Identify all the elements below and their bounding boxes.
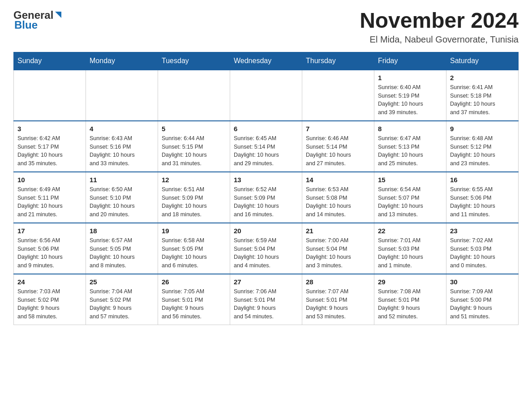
day-info: Sunrise: 6:53 AM Sunset: 5:08 PM Dayligh… [306, 185, 370, 219]
calendar-cell: 7Sunrise: 6:46 AM Sunset: 5:14 PM Daylig… [302, 121, 374, 172]
day-info: Sunrise: 7:05 AM Sunset: 5:01 PM Dayligh… [162, 287, 226, 321]
calendar-cell: 21Sunrise: 7:00 AM Sunset: 5:04 PM Dayli… [302, 223, 374, 274]
calendar-cell: 3Sunrise: 6:42 AM Sunset: 5:17 PM Daylig… [14, 121, 86, 172]
day-number: 6 [234, 125, 298, 133]
day-info: Sunrise: 6:51 AM Sunset: 5:09 PM Dayligh… [162, 185, 226, 219]
logo-blue-text: Blue [14, 19, 38, 31]
calendar-cell: 8Sunrise: 6:47 AM Sunset: 5:13 PM Daylig… [374, 121, 446, 172]
calendar-cell: 1Sunrise: 6:40 AM Sunset: 5:19 PM Daylig… [374, 70, 446, 121]
weekday-header-sunday: Sunday [14, 52, 86, 70]
calendar-cell: 16Sunrise: 6:55 AM Sunset: 5:06 PM Dayli… [446, 172, 519, 223]
calendar-cell: 4Sunrise: 6:43 AM Sunset: 5:16 PM Daylig… [86, 121, 158, 172]
weekday-header-tuesday: Tuesday [158, 52, 230, 70]
calendar-cell: 10Sunrise: 6:49 AM Sunset: 5:11 PM Dayli… [14, 172, 86, 223]
day-number: 24 [17, 278, 82, 286]
day-info: Sunrise: 6:42 AM Sunset: 5:17 PM Dayligh… [17, 134, 82, 168]
day-info: Sunrise: 6:49 AM Sunset: 5:11 PM Dayligh… [17, 185, 82, 219]
weekday-header-friday: Friday [374, 52, 446, 70]
calendar-cell [86, 70, 158, 121]
day-info: Sunrise: 7:07 AM Sunset: 5:01 PM Dayligh… [306, 287, 370, 321]
day-number: 7 [306, 125, 370, 133]
day-info: Sunrise: 6:47 AM Sunset: 5:13 PM Dayligh… [378, 134, 442, 168]
calendar-cell: 24Sunrise: 7:03 AM Sunset: 5:02 PM Dayli… [14, 274, 86, 325]
day-number: 4 [90, 125, 154, 133]
day-number: 3 [17, 125, 82, 133]
day-info: Sunrise: 6:43 AM Sunset: 5:16 PM Dayligh… [90, 134, 154, 168]
calendar-cell: 19Sunrise: 6:58 AM Sunset: 5:05 PM Dayli… [158, 223, 230, 274]
day-number: 20 [234, 227, 298, 235]
day-number: 30 [450, 278, 515, 286]
day-info: Sunrise: 6:57 AM Sunset: 5:05 PM Dayligh… [90, 236, 154, 270]
weekday-header-monday: Monday [86, 52, 158, 70]
weekday-header-wednesday: Wednesday [230, 52, 302, 70]
title-area: November 2024 El Mida, Nabeul Governorat… [360, 9, 519, 45]
day-info: Sunrise: 6:52 AM Sunset: 5:09 PM Dayligh… [234, 185, 298, 219]
calendar-cell: 30Sunrise: 7:09 AM Sunset: 5:00 PM Dayli… [446, 274, 519, 325]
calendar-cell: 22Sunrise: 7:01 AM Sunset: 5:03 PM Dayli… [374, 223, 446, 274]
calendar-cell: 17Sunrise: 6:56 AM Sunset: 5:06 PM Dayli… [14, 223, 86, 274]
day-info: Sunrise: 6:54 AM Sunset: 5:07 PM Dayligh… [378, 185, 442, 219]
calendar-cell: 26Sunrise: 7:05 AM Sunset: 5:01 PM Dayli… [158, 274, 230, 325]
calendar-cell: 9Sunrise: 6:48 AM Sunset: 5:12 PM Daylig… [446, 121, 519, 172]
logo-triangle-icon [54, 11, 62, 21]
month-title: November 2024 [360, 9, 519, 33]
day-info: Sunrise: 6:45 AM Sunset: 5:14 PM Dayligh… [234, 134, 298, 168]
day-number: 17 [17, 227, 82, 235]
day-number: 22 [378, 227, 442, 235]
calendar-week-5: 24Sunrise: 7:03 AM Sunset: 5:02 PM Dayli… [14, 274, 519, 325]
calendar-cell: 20Sunrise: 6:59 AM Sunset: 5:04 PM Dayli… [230, 223, 302, 274]
day-info: Sunrise: 6:50 AM Sunset: 5:10 PM Dayligh… [90, 185, 154, 219]
calendar-cell [14, 70, 86, 121]
day-number: 27 [234, 278, 298, 286]
day-number: 19 [162, 227, 226, 235]
day-number: 14 [306, 176, 370, 184]
calendar-cell: 11Sunrise: 6:50 AM Sunset: 5:10 PM Dayli… [86, 172, 158, 223]
calendar-cell: 29Sunrise: 7:08 AM Sunset: 5:01 PM Dayli… [374, 274, 446, 325]
calendar-table: SundayMondayTuesdayWednesdayThursdayFrid… [13, 52, 519, 325]
calendar-cell: 18Sunrise: 6:57 AM Sunset: 5:05 PM Dayli… [86, 223, 158, 274]
day-info: Sunrise: 6:55 AM Sunset: 5:06 PM Dayligh… [450, 185, 515, 219]
day-info: Sunrise: 6:59 AM Sunset: 5:04 PM Dayligh… [234, 236, 298, 270]
day-info: Sunrise: 7:04 AM Sunset: 5:02 PM Dayligh… [90, 287, 154, 321]
day-number: 11 [90, 176, 154, 184]
day-number: 28 [306, 278, 370, 286]
calendar-cell: 5Sunrise: 6:44 AM Sunset: 5:15 PM Daylig… [158, 121, 230, 172]
calendar-cell: 25Sunrise: 7:04 AM Sunset: 5:02 PM Dayli… [86, 274, 158, 325]
calendar-cell: 14Sunrise: 6:53 AM Sunset: 5:08 PM Dayli… [302, 172, 374, 223]
day-number: 15 [378, 176, 442, 184]
calendar-cell: 23Sunrise: 7:02 AM Sunset: 5:03 PM Dayli… [446, 223, 519, 274]
calendar-cell [158, 70, 230, 121]
day-number: 10 [17, 176, 82, 184]
location: El Mida, Nabeul Governorate, Tunisia [360, 34, 519, 45]
day-number: 1 [378, 74, 442, 81]
day-info: Sunrise: 7:01 AM Sunset: 5:03 PM Dayligh… [378, 236, 442, 270]
weekday-header-saturday: Saturday [446, 52, 519, 70]
day-info: Sunrise: 6:48 AM Sunset: 5:12 PM Dayligh… [450, 134, 515, 168]
day-info: Sunrise: 7:00 AM Sunset: 5:04 PM Dayligh… [306, 236, 370, 270]
weekday-header-thursday: Thursday [302, 52, 374, 70]
day-number: 29 [378, 278, 442, 286]
day-number: 12 [162, 176, 226, 184]
calendar-cell: 27Sunrise: 7:06 AM Sunset: 5:01 PM Dayli… [230, 274, 302, 325]
day-number: 8 [378, 125, 442, 133]
calendar-cell: 13Sunrise: 6:52 AM Sunset: 5:09 PM Dayli… [230, 172, 302, 223]
calendar-cell [230, 70, 302, 121]
page-header: General Blue November 2024 El Mida, Nabe… [13, 9, 519, 45]
calendar-cell: 15Sunrise: 6:54 AM Sunset: 5:07 PM Dayli… [374, 172, 446, 223]
calendar-cell: 6Sunrise: 6:45 AM Sunset: 5:14 PM Daylig… [230, 121, 302, 172]
day-number: 26 [162, 278, 226, 286]
day-info: Sunrise: 7:09 AM Sunset: 5:00 PM Dayligh… [450, 287, 515, 321]
day-info: Sunrise: 6:40 AM Sunset: 5:19 PM Dayligh… [378, 83, 442, 117]
calendar-cell: 2Sunrise: 6:41 AM Sunset: 5:18 PM Daylig… [446, 70, 519, 121]
day-info: Sunrise: 7:03 AM Sunset: 5:02 PM Dayligh… [17, 287, 82, 321]
day-info: Sunrise: 6:44 AM Sunset: 5:15 PM Dayligh… [162, 134, 226, 168]
day-number: 13 [234, 176, 298, 184]
calendar-cell: 28Sunrise: 7:07 AM Sunset: 5:01 PM Dayli… [302, 274, 374, 325]
day-info: Sunrise: 6:56 AM Sunset: 5:06 PM Dayligh… [17, 236, 82, 270]
day-info: Sunrise: 6:41 AM Sunset: 5:18 PM Dayligh… [450, 83, 515, 117]
calendar-week-4: 17Sunrise: 6:56 AM Sunset: 5:06 PM Dayli… [14, 223, 519, 274]
day-number: 23 [450, 227, 515, 235]
calendar-cell [302, 70, 374, 121]
logo: General Blue [13, 9, 62, 31]
day-info: Sunrise: 6:58 AM Sunset: 5:05 PM Dayligh… [162, 236, 226, 270]
